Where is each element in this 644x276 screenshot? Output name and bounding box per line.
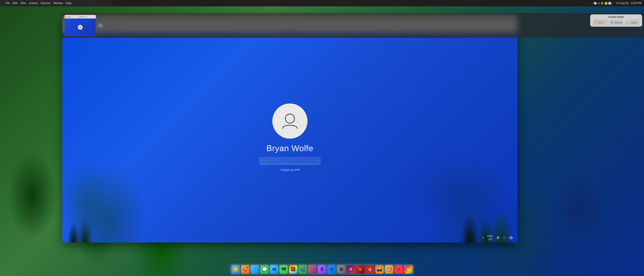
dock-settings[interactable]: ⚙ [337, 265, 346, 274]
menu-help[interactable]: Help [66, 2, 72, 5]
thumb-avatar-icon [78, 25, 82, 30]
dock-appstore[interactable]: A [327, 265, 336, 274]
dock-maps[interactable]: 🗺 [279, 265, 288, 274]
svg-point-1 [285, 114, 294, 123]
menubar-date: Fri Aug 26 [616, 2, 629, 5]
wifi-icon: 📶 [594, 21, 598, 24]
menu-file[interactable]: File [6, 2, 10, 5]
cc-wifi-label: Wi-Fi [599, 22, 603, 24]
mac-dock: 😊 🚀 🌐 💬 ✉ 🗺 🖼 📹 🎵 🎙 A [230, 264, 414, 275]
bluetooth-icon: ⬡ [610, 21, 614, 24]
dock-mail[interactable]: ✉ [270, 265, 278, 274]
appstore-icon: A [330, 267, 333, 272]
dock-extra1[interactable]: 🎯 [385, 265, 394, 274]
google-icon: G [407, 267, 410, 271]
language-indicator: ENGUS [487, 235, 493, 241]
cc-tile-wifi[interactable]: 📶 Wi-Fi [593, 20, 608, 26]
dock-finder[interactable]: 😊 [232, 265, 240, 274]
snagit-icon: 📸 [377, 267, 382, 272]
forgot-pin-link[interactable]: I forgot my PIN [280, 168, 300, 172]
facetime-icon: 📹 [300, 267, 306, 272]
dock-snagit[interactable]: 📸 [375, 265, 384, 274]
pin-input[interactable] [260, 158, 320, 164]
thumb-card-titlebar: Windows 11 [64, 15, 96, 18]
slack-icon: S [350, 267, 352, 271]
cc-tile-bluetooth[interactable]: ⬡ Bluetooth [609, 20, 624, 26]
mail-icon: ✉ [272, 267, 276, 272]
avatar-svg [280, 111, 300, 132]
podcasts-icon: 🎙 [320, 267, 324, 272]
cc-bluetooth-label: Bluetooth [615, 22, 622, 24]
trees-left [62, 138, 176, 242]
control-center-grid: 📶 Wi-Fi ⬡ Bluetooth 📡 AirDrop [593, 20, 640, 26]
win11-username: Bryan Wolfe [266, 144, 313, 153]
music-icon: ♪ [398, 267, 400, 272]
win11-pin-container: → [260, 158, 320, 164]
maps-icon: 🗺 [282, 267, 286, 272]
finder-icon: 😊 [233, 267, 238, 272]
news-icon: N [359, 268, 362, 271]
dock-safari[interactable]: 🌐 [250, 265, 259, 274]
add-window-button[interactable]: + [98, 23, 103, 28]
menu-actions[interactable]: Actions [29, 2, 38, 5]
dock-news[interactable]: N [356, 265, 365, 274]
airdrop-icon: 📡 [626, 21, 630, 24]
dock-google[interactable]: G [404, 265, 412, 274]
menu-window[interactable]: Window [53, 2, 63, 5]
menu-devices[interactable]: Devices [41, 2, 50, 5]
traffic-light-red-thumb [66, 16, 67, 18]
messages-icon: 💬 [262, 267, 268, 272]
mac-desktop: Windows 11 + Control Center 📶 Wi-Fi [0, 6, 644, 276]
win11-screen: Bryan Wolfe → I forgot my PIN ⌖ ENGUS 🖥 … [62, 32, 518, 242]
thumb-card-title: Windows 11 [79, 16, 87, 18]
trees-right [358, 116, 518, 242]
photos-icon: 🖼 [291, 267, 296, 272]
cc-tile-airdrop[interactable]: 📡 AirDrop [625, 20, 640, 26]
extra1-icon: 🎯 [386, 267, 392, 272]
macos-menubar: File Edit View Actions Devices Window He… [0, 0, 644, 6]
settings-dock-icon: ⚙ [339, 267, 343, 272]
dock-facetime[interactable]: 📹 [298, 265, 307, 274]
accessibility-icon[interactable]: ☆ [503, 236, 506, 240]
quora-icon: Q [368, 267, 371, 271]
menu-view[interactable]: View [20, 2, 26, 5]
thumb-card-content [64, 18, 96, 36]
svg-point-0 [80, 26, 81, 27]
pin-submit-arrow[interactable]: → [316, 159, 319, 162]
thumbnail-strip: Windows 11 + Control Center 📶 Wi-Fi [62, 13, 644, 38]
menubar-right: ↕ 🕐 ⊟ 🔋 📶 ⬜ ··· Fri Aug 26 12:03 PM [592, 2, 642, 5]
traffic-light-green-thumb [69, 16, 70, 18]
traffic-light-yellow-thumb [68, 16, 69, 18]
launchpad-icon: 🚀 [242, 267, 248, 272]
virtualbox-window: Windows 11 File Edit View Actions Device… [62, 16, 518, 242]
dock-quora[interactable]: Q [366, 265, 374, 274]
menubar-left: File Edit View Actions Devices Window He… [2, 2, 72, 5]
cc-airdrop-label: AirDrop [631, 22, 637, 24]
dock-music[interactable]: ♪ [394, 265, 403, 274]
dock-photos[interactable]: 🖼 [289, 265, 298, 274]
safari-icon: 🌐 [252, 267, 258, 272]
menubar-status-icons: ↕ 🕐 ⊟ 🔋 📶 ⬜ ··· [592, 2, 614, 5]
dock-messages[interactable]: 💬 [260, 265, 269, 274]
dock-launchpad[interactable]: 🚀 [241, 265, 250, 274]
dock-podcasts[interactable]: 🎙 [318, 265, 326, 274]
dock-slack[interactable]: S [346, 265, 355, 274]
power-icon[interactable]: ⏻ [509, 236, 513, 240]
cursor-icon: ⌖ [482, 236, 484, 240]
control-center-title: Control Center [593, 16, 640, 18]
win11-login-panel: Bryan Wolfe → I forgot my PIN [260, 104, 320, 172]
network-taskbar-icon[interactable]: 🖥 [496, 236, 500, 240]
thumb-card-win11[interactable]: Windows 11 [64, 15, 96, 36]
menubar-clock: 12:03 PM [630, 2, 642, 5]
itunes-icon: 🎵 [310, 267, 315, 272]
user-avatar [272, 104, 308, 139]
win11-taskbar: ⌖ ENGUS 🖥 ☆ ⏻ [62, 233, 518, 242]
dock-itunes[interactable]: 🎵 [308, 265, 317, 274]
menu-edit[interactable]: Edit [12, 2, 17, 5]
